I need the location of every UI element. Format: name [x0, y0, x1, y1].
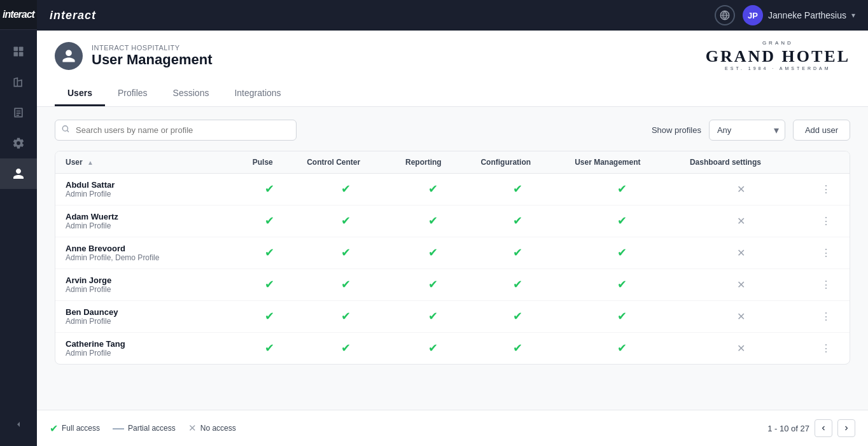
- reporting-cell: ✔: [395, 205, 470, 237]
- svg-rect-3: [19, 52, 24, 57]
- sidebar-item-collapse[interactable]: [13, 410, 24, 438]
- user-cell: Arvin Jorge Admin Profile: [55, 268, 242, 300]
- user-cell: Catherine Tang Admin Profile: [55, 332, 242, 364]
- full-access-icon: ✔: [265, 183, 274, 195]
- row-menu-button[interactable]: ⋮: [818, 244, 834, 261]
- ds-cell: ✕: [680, 237, 802, 268]
- full-access-icon: ✔: [265, 310, 274, 323]
- dashboard-icon: [12, 45, 25, 58]
- full-access-icon: ✔: [617, 246, 627, 259]
- col-reporting: Reporting: [395, 151, 470, 174]
- row-menu-button[interactable]: ⋮: [818, 276, 834, 293]
- config-cell: ✔: [470, 268, 564, 300]
- ds-cell: ✕: [680, 332, 802, 364]
- table-controls: Show profiles Any Add user: [55, 120, 850, 141]
- full-access-icon: ✔: [341, 183, 351, 195]
- header-row: User ▲ Pulse Control Center Reporting Co…: [55, 151, 850, 174]
- next-icon: [843, 424, 850, 432]
- user-profile: Admin Profile: [66, 317, 232, 326]
- main-area: interact JP Janneke Parthesius ▾: [37, 0, 868, 446]
- row-menu-button[interactable]: ⋮: [818, 181, 834, 198]
- user-name: Catherine Tang: [66, 339, 232, 349]
- pulse-cell: ✔: [242, 205, 297, 237]
- legend-partial: — Partial access: [113, 422, 176, 435]
- profiles-select[interactable]: Any: [709, 120, 785, 141]
- tab-sessions[interactable]: Sessions: [160, 81, 222, 106]
- user-name: Ben Dauncey: [66, 307, 232, 317]
- ds-cell: ✕: [680, 205, 802, 237]
- svg-rect-1: [19, 47, 24, 52]
- tab-profiles[interactable]: Profiles: [105, 81, 160, 106]
- prev-icon: [820, 424, 827, 432]
- globe-icon: [719, 10, 731, 21]
- no-access-icon: ✕: [737, 247, 745, 258]
- svg-rect-0: [14, 47, 18, 52]
- partial-access-legend-label: Partial access: [128, 424, 176, 433]
- row-menu-button[interactable]: ⋮: [818, 213, 834, 230]
- full-access-icon: ✔: [513, 278, 522, 291]
- partial-access-legend-icon: —: [113, 422, 124, 435]
- reports-icon: [12, 106, 25, 119]
- user-name-label: Janneke Parthesius: [768, 10, 846, 20]
- row-menu-button[interactable]: ⋮: [818, 308, 834, 325]
- full-access-icon: ✔: [513, 183, 522, 195]
- search-input[interactable]: [55, 120, 297, 141]
- col-user-management: User Management: [564, 151, 680, 174]
- full-access-icon: ✔: [617, 278, 627, 291]
- page-subtitle: INTERACT HOSPITALITY: [92, 44, 213, 52]
- config-cell: ✔: [470, 300, 564, 332]
- tab-integrations[interactable]: Integrations: [221, 81, 293, 106]
- full-access-icon: ✔: [428, 278, 438, 291]
- action-cell: ⋮: [802, 237, 850, 268]
- cc-cell: ✔: [297, 268, 395, 300]
- full-access-legend-icon: ✔: [50, 422, 58, 435]
- full-access-icon: ✔: [617, 214, 627, 227]
- add-user-button[interactable]: Add user: [793, 120, 850, 141]
- action-cell: ⋮: [802, 268, 850, 300]
- avatar: JP: [743, 5, 763, 25]
- user-menu[interactable]: JP Janneke Parthesius ▾: [743, 5, 855, 25]
- search-svg: [61, 125, 70, 134]
- page-header-left: INTERACT HOSPITALITY User Management: [55, 42, 213, 70]
- no-access-icon: ✕: [737, 184, 745, 195]
- um-cell: ✔: [564, 300, 680, 332]
- topbar-brand: interact: [50, 9, 96, 22]
- ds-cell: ✕: [680, 268, 802, 300]
- full-access-icon: ✔: [341, 278, 351, 291]
- config-cell: ✔: [470, 173, 564, 205]
- table-header: User ▲ Pulse Control Center Reporting Co…: [55, 151, 850, 174]
- pulse-cell: ✔: [242, 300, 297, 332]
- prev-page-button[interactable]: [815, 419, 832, 437]
- sidebar-logo: interact: [0, 0, 37, 30]
- full-access-icon: ✔: [265, 214, 274, 227]
- reporting-cell: ✔: [395, 173, 470, 205]
- full-access-icon: ✔: [265, 246, 274, 259]
- sidebar-item-settings[interactable]: [0, 128, 37, 158]
- buildings-icon: [12, 76, 25, 88]
- topbar-right: JP Janneke Parthesius ▾: [715, 5, 855, 25]
- pulse-cell: ✔: [242, 268, 297, 300]
- content-area: INTERACT HOSPITALITY User Management GRA…: [37, 31, 868, 446]
- sidebar-item-reports[interactable]: [0, 97, 37, 128]
- row-menu-button[interactable]: ⋮: [818, 340, 834, 357]
- language-button[interactable]: [715, 5, 735, 25]
- sidebar-item-dashboard[interactable]: [0, 36, 37, 67]
- no-access-icon: ✕: [737, 279, 745, 290]
- user-management-icon: [61, 48, 76, 64]
- sidebar-item-buildings[interactable]: [0, 67, 37, 97]
- ds-cell: ✕: [680, 173, 802, 205]
- next-page-button[interactable]: [837, 419, 855, 437]
- tab-users[interactable]: Users: [55, 81, 105, 106]
- um-cell: ✔: [564, 237, 680, 268]
- sort-icon: ▲: [87, 159, 94, 166]
- pulse-cell: ✔: [242, 237, 297, 268]
- action-cell: ⋮: [802, 300, 850, 332]
- no-access-legend-label: No access: [200, 424, 236, 433]
- user-profile: Admin Profile: [66, 190, 232, 199]
- table-body: Abdul Sattar Admin Profile ✔ ✔ ✔ ✔ ✔ ✕ ⋮: [55, 173, 850, 364]
- config-cell: ✔: [470, 237, 564, 268]
- logo-main-line: GRAND HOTEL: [706, 46, 850, 66]
- cc-cell: ✔: [297, 300, 395, 332]
- reporting-cell: ✔: [395, 332, 470, 364]
- sidebar-item-users[interactable]: [0, 158, 37, 189]
